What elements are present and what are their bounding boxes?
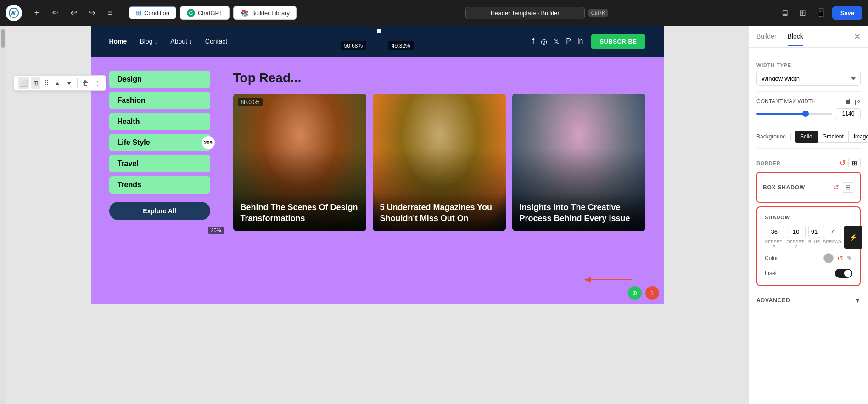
shadow-spread-wrap: SPREAD (823, 226, 841, 249)
content-max-slider[interactable] (756, 109, 832, 118)
articles-section: Top Read... 80.00% Behind The Scenes Of … (233, 71, 645, 231)
add-button[interactable]: + (29, 6, 44, 20)
pinterest-icon[interactable]: P (566, 37, 571, 45)
article-card-3[interactable]: Insights Into The Creative Process Behin… (512, 94, 645, 231)
article2-overlay: 5 Underrated Magazines You Shouldn't Mis… (373, 193, 506, 231)
content-max-input[interactable] (836, 108, 861, 119)
content-max-width-label: CONTANT MAX WIDTH (756, 98, 840, 105)
category-fashion[interactable]: Fashion (109, 92, 210, 109)
builder-library-label: Builder Library (251, 10, 290, 17)
redo-button[interactable]: ↪ (84, 6, 99, 20)
instagram-icon[interactable]: ◎ (541, 37, 547, 46)
border-reset-icon[interactable]: ↺ (840, 159, 846, 167)
shadow-icon-button[interactable]: ⚡ (844, 226, 862, 249)
article2-title: 5 Underrated Magazines You Shouldn't Mis… (380, 202, 498, 224)
keyboard-shortcut: Ctrl+K (588, 9, 608, 17)
green-add-icon[interactable]: ⊕ (628, 286, 642, 300)
builder-lib-icon: 📚 (240, 9, 248, 17)
facebook-icon[interactable]: f (532, 37, 534, 45)
shadow-popup: SHADOW OFFSET-X OFFSET-Y BLUR (756, 206, 861, 286)
shadow-spread[interactable] (823, 226, 841, 238)
category-trends[interactable]: Trends (109, 176, 210, 194)
box-shadow-settings-button[interactable]: ⊞ (842, 182, 854, 193)
nav-contact[interactable]: Contact (205, 38, 227, 45)
shadow-inset-row: Inset (765, 269, 852, 278)
pencil-button[interactable]: ✏ (48, 6, 62, 20)
category-design[interactable]: Design (109, 71, 210, 88)
article-card-2[interactable]: 5 Underrated Magazines You Shouldn't Mis… (373, 94, 506, 231)
element-border-button[interactable]: ⬜ (18, 77, 29, 89)
element-drag-button[interactable]: ⠿ (42, 77, 50, 89)
box-shadow-label: BOX SHADOW (763, 184, 805, 191)
svg-text:W: W (11, 10, 16, 17)
shadow-inset-toggle[interactable] (835, 269, 852, 278)
wp-logo[interactable]: W (6, 5, 22, 21)
nav-blog[interactable]: Blog ↓ (140, 38, 157, 45)
category-travel[interactable]: Travel (109, 155, 210, 172)
category-health[interactable]: Health (109, 113, 210, 130)
bg-image-button[interactable]: Image (849, 131, 868, 143)
desktop-view-button[interactable]: 🖥 (777, 6, 792, 20)
save-button[interactable]: Save (832, 6, 862, 20)
notification-badge[interactable]: 1 (645, 286, 659, 300)
panel-header: Builder Block ✕ (749, 26, 868, 48)
mobile-view-button[interactable]: 📱 (814, 6, 829, 20)
menu-button[interactable]: ≡ (103, 6, 118, 20)
shadow-color-picker[interactable] (823, 253, 834, 263)
shadow-offset-x[interactable] (765, 226, 784, 238)
element-grid-button[interactable]: ⊞ (31, 77, 40, 89)
shadow-color-reset[interactable]: ↺ (837, 254, 843, 263)
tab-builder[interactable]: Builder (756, 27, 777, 46)
content-max-width-control (756, 108, 861, 119)
twitter-x-icon[interactable]: 𝕏 (554, 37, 560, 46)
width-type-select[interactable]: Window Width (756, 72, 861, 86)
condition-button[interactable]: ⊞ Condition (129, 6, 176, 19)
tab-block[interactable]: Block (788, 27, 803, 46)
element-delete-button[interactable]: 🗑 (80, 77, 90, 89)
category-trends-label: Trends (118, 181, 141, 188)
article3-overlay: Insights Into The Creative Process Behin… (512, 193, 645, 231)
shadow-inset-label: Inset (765, 270, 835, 277)
box-shadow-reset-icon[interactable]: ↺ (833, 183, 839, 192)
shadow-offset-y-wrap: OFFSET-Y (787, 226, 806, 249)
vertical-scrollbar[interactable] (0, 26, 6, 404)
background-radio[interactable] (790, 133, 791, 140)
element-up-button[interactable]: ▲ (52, 77, 62, 89)
subscribe-button[interactable]: SUBSCRIBE (591, 34, 645, 49)
page-title-input[interactable] (465, 7, 585, 19)
builder-canvas: Home Blog ↓ About ↓ Contact 50.68% 49.32… (91, 26, 664, 304)
border-settings-button[interactable]: ⊞ (848, 158, 861, 168)
nav-home[interactable]: Home (109, 38, 127, 45)
category-lifestyle[interactable]: Life Style 209 (109, 134, 210, 151)
linkedin-icon[interactable]: in (577, 37, 583, 45)
shadow-offset-y[interactable] (787, 226, 806, 238)
bg-solid-button[interactable]: Solid (795, 131, 818, 143)
explore-all-button[interactable]: Explore All (109, 202, 210, 220)
article1-overlay: Behind The Scenes Of Design Transformati… (233, 193, 366, 231)
panel-close-button[interactable]: ✕ (854, 32, 861, 42)
panel-body: WIDTH TYPE Window Width CONTANT MAX WIDT… (749, 48, 868, 404)
bottom-icons: ⊕ 1 (628, 286, 659, 300)
element-more-button[interactable]: ⋮ (92, 77, 102, 89)
category-sidebar: Design Fashion Health Life Style 209 Tra… (109, 71, 210, 220)
builder-library-button[interactable]: 📚 Builder Library (233, 6, 297, 20)
advanced-section[interactable]: Advanced ▼ (756, 292, 861, 309)
article-card-1[interactable]: 80.00% Behind The Scenes Of Design Trans… (233, 94, 366, 231)
toolbar-right: 🖥 ⊞ 📱 Save (777, 6, 862, 20)
tablet-view-button[interactable]: ⊞ (795, 6, 810, 20)
advanced-chevron: ▼ (854, 297, 861, 304)
element-down-button[interactable]: ▼ (64, 77, 74, 89)
shadow-title: SHADOW (765, 215, 852, 220)
bg-gradient-button[interactable]: Gradient (818, 131, 849, 143)
site-navigation: Home Blog ↓ About ↓ Contact 50.68% 49.32… (91, 26, 664, 57)
shadow-color-edit[interactable]: ✎ (847, 255, 852, 262)
undo-button[interactable]: ↩ (66, 6, 81, 20)
right-panel: Builder Block ✕ WIDTH TYPE Window Width … (749, 26, 868, 404)
scroll-thumb[interactable] (1, 29, 5, 48)
nav-about[interactable]: About ↓ (170, 38, 192, 45)
width-type-label: WIDTH TYPE (756, 62, 861, 68)
box-shadow-toggle[interactable]: BOX SHADOW ↺ ⊞ (763, 177, 854, 197)
shadow-color-row: Color ↺ ✎ (765, 253, 852, 263)
chatgpt-button[interactable]: G ChatGPT (180, 6, 230, 20)
shadow-blur[interactable] (808, 226, 820, 238)
